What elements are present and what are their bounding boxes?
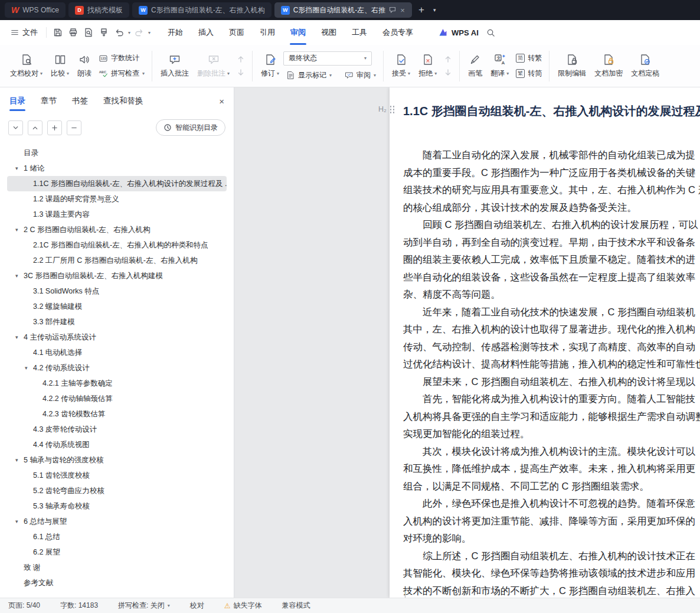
toc-item[interactable]: 4.2.3 齿轮模数估算	[7, 406, 227, 422]
to-simplified-button[interactable]: 繁 转简	[513, 68, 545, 79]
menu-tab-reference[interactable]: 引用	[252, 20, 283, 45]
toc-item[interactable]: 4.2.2 传动轴轴颈估算	[7, 391, 227, 406]
close-pane-icon[interactable]: ×	[219, 96, 224, 106]
zoom-in-button[interactable]	[47, 120, 62, 135]
chevron-down-icon[interactable]: ▾	[15, 519, 24, 524]
prev-comment-button[interactable]	[234, 54, 248, 64]
restrict-edit-button[interactable]: 限制编辑	[554, 51, 590, 81]
compare-button[interactable]: 比较▾	[47, 51, 73, 81]
show-markup-button[interactable]: 显示标记▾	[283, 70, 335, 81]
menu-tab-page[interactable]: 页面	[221, 20, 252, 45]
toc-item[interactable]: 4.1 电动机选择	[7, 345, 227, 360]
toc-item[interactable]: ▾5 轴承与齿轮的强度校核	[7, 452, 227, 468]
toc-item[interactable]: 4.3 皮带轮传动设计	[7, 422, 227, 437]
save-button[interactable]	[50, 25, 66, 40]
menu-tab-review[interactable]: 审阅	[283, 20, 313, 45]
print-preview-button[interactable]	[81, 25, 96, 40]
toc-item[interactable]: 3.1 SolidWorks 特点	[7, 283, 227, 299]
chevron-down-icon[interactable]: ▾	[15, 273, 24, 279]
toc-item[interactable]: 1.1C 形挡圈自动组装机-左、右推入机构设计的发展过程及 ...	[7, 176, 227, 191]
tab-list-chevron-icon[interactable]: ▾	[431, 7, 439, 13]
toc-item[interactable]: 5.1 齿轮强度校核	[7, 468, 227, 483]
close-tab-icon[interactable]: ×	[400, 6, 405, 15]
spellcheck-indicator[interactable]: 拼写检查: 关闭▾	[118, 601, 170, 611]
print-button[interactable]	[66, 25, 81, 40]
menu-tab-start[interactable]: 开始	[160, 20, 191, 45]
toc-item[interactable]: 6.1 总结	[7, 529, 227, 544]
expand-all-button[interactable]	[28, 120, 42, 135]
menu-tab-member[interactable]: 会员专享	[375, 20, 421, 45]
proofread-button[interactable]: 校对	[190, 601, 204, 611]
pane-tab-bookmark[interactable]: 书签	[72, 87, 88, 115]
tab-document-1[interactable]: W C形挡圈自动组装机-左、右推入机构	[132, 2, 272, 18]
insert-comment-button[interactable]: 插入批注	[156, 51, 193, 81]
toc-item[interactable]: 2.1C 形挡圈自动组装机-左、右推入机构的种类和特点	[7, 237, 227, 253]
page-indicator[interactable]: 页面: 5/40	[8, 601, 40, 611]
chevron-down-icon[interactable]: ▾	[15, 227, 24, 233]
review-button[interactable]: 审阅▾	[342, 70, 379, 81]
prev-change-button[interactable]	[441, 54, 455, 64]
undo-button[interactable]	[112, 25, 127, 40]
encrypt-button[interactable]: 文档加密	[590, 51, 627, 81]
toc-item[interactable]: 1.2 课题的研究背景与意义	[7, 191, 227, 207]
collapse-all-button[interactable]	[8, 120, 23, 135]
toc-item[interactable]: 参考文献	[7, 575, 227, 591]
toc-item[interactable]: 目录	[7, 145, 227, 161]
wps-ai-button[interactable]: WPS AI	[439, 28, 479, 37]
tab-docer-template[interactable]: D 找稿壳模板	[68, 2, 129, 18]
pane-tab-chapter[interactable]: 章节	[41, 87, 57, 115]
word-count-indicator[interactable]: 字数: 14183	[60, 601, 98, 611]
delete-comment-button[interactable]: 删除批注▾	[193, 51, 234, 81]
heading-level-marker[interactable]: H₂	[378, 105, 395, 113]
toc-item[interactable]: ▾6 总结与展望	[7, 514, 227, 529]
word-count-button[interactable]: 123 字数统计	[96, 53, 148, 64]
zoom-out-button[interactable]	[67, 120, 81, 135]
toc-item[interactable]: 6.2 展望	[7, 544, 227, 560]
toc-item[interactable]: ▾4.2 传动系统设计	[7, 360, 227, 376]
toc-item[interactable]: 5.3 轴承寿命校核	[7, 498, 227, 514]
new-tab-button[interactable]: +	[415, 4, 428, 16]
redo-chevron-icon[interactable]: ▾	[147, 30, 152, 35]
finalize-button[interactable]: 文档定稿	[627, 51, 663, 81]
missing-font-warning[interactable]: ⚠ 缺失字体	[224, 601, 262, 611]
chevron-down-icon[interactable]: ▾	[15, 334, 24, 340]
drag-handle-icon[interactable]	[390, 105, 395, 113]
spell-check-button[interactable]: ABC 拼写检查▾	[96, 68, 148, 79]
chevron-down-icon[interactable]: ▾	[15, 457, 24, 463]
markup-state-select[interactable]: 最终状态▾	[283, 51, 372, 66]
file-menu-button[interactable]: 文件	[6, 27, 42, 38]
search-button[interactable]	[483, 25, 499, 40]
pane-tab-find-replace[interactable]: 查找和替换	[103, 87, 143, 115]
document-canvas[interactable]: H₂ 1.1C 形挡圈自动组装机-左、右推入机构设计的发展过程及 随着工业自动化…	[234, 87, 700, 598]
next-change-button[interactable]	[441, 68, 455, 77]
read-aloud-button[interactable]: 朗读	[73, 51, 96, 81]
document-page[interactable]: 1.1C 形挡圈自动组装机-左、右推入机构设计的发展过程及 随着工业自动化的深入…	[390, 87, 700, 598]
toc-item[interactable]: 3.3 部件建模	[7, 314, 227, 330]
undo-chevron-icon[interactable]: ▾	[127, 30, 132, 35]
toc-item[interactable]: ▾2 C 形挡圈自动组装机-左、右推入机构	[7, 222, 227, 237]
format-painter-button[interactable]	[96, 25, 112, 40]
toc-item[interactable]: 1.3 课题主要内容	[7, 207, 227, 222]
toc-item[interactable]: 4.4 传动系统视图	[7, 437, 227, 452]
redo-button[interactable]	[132, 25, 147, 40]
toc-item[interactable]: ▾3C 形挡圈自动组装机-左、右推入机构建模	[7, 268, 227, 283]
toc-item[interactable]: ▾4 主传动运动系统设计	[7, 330, 227, 345]
reject-button[interactable]: 拒绝▾	[414, 51, 441, 81]
pane-tab-catalog[interactable]: 目录	[9, 87, 25, 115]
toc-item[interactable]: 致 谢	[7, 560, 227, 575]
chevron-down-icon[interactable]: ▾	[15, 165, 24, 171]
pen-button[interactable]: 画笔	[464, 51, 486, 81]
to-traditional-button[interactable]: 简 转繁	[513, 53, 545, 64]
toc-item[interactable]: 2.2 工厂所用 C 形挡圈自动组装机-左、右推入机构	[7, 253, 227, 268]
chevron-down-icon[interactable]: ▾	[25, 365, 33, 371]
accept-button[interactable]: 接受▾	[388, 51, 414, 81]
menu-tab-view[interactable]: 视图	[313, 20, 344, 45]
menu-tab-tools[interactable]: 工具	[344, 20, 375, 45]
toc-item[interactable]: 4.2.1 主轴等参数确定	[7, 376, 227, 391]
toc-item[interactable]: 5.2 齿轮弯曲应力校核	[7, 483, 227, 498]
toc-item[interactable]: ▾1 绪论	[7, 161, 227, 176]
tab-document-2-active[interactable]: W C形挡圈自动组装机-左、右推 ×	[274, 2, 412, 18]
translate-button[interactable]: 文A 翻译▾	[486, 51, 513, 81]
app-tab-wps-office[interactable]: W WPS Office	[5, 2, 66, 18]
doc-proof-button[interactable]: 文档校对▾	[6, 51, 47, 81]
